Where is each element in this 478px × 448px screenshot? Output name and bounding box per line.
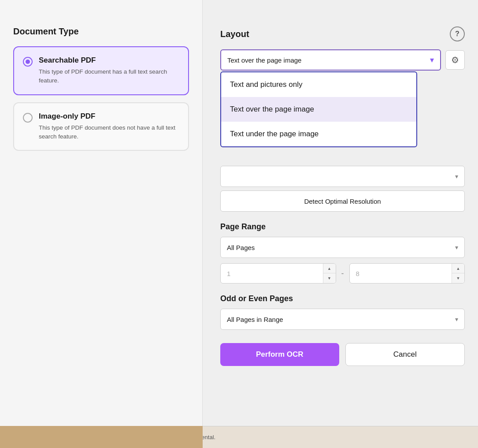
page-from-spinner: ▲ ▼	[323, 264, 336, 283]
page-range-dropdown[interactable]: All Pages ▾	[220, 237, 465, 258]
searchable-pdf-content: Searchable PDF This type of PDF document…	[39, 56, 179, 86]
layout-option-text-over[interactable]: Text over the page image	[221, 97, 416, 122]
odd-even-dropdown[interactable]: All Pages in Range ▾	[220, 309, 465, 330]
layout-dropdown-menu: Text and pictures only Text over the pag…	[220, 71, 417, 147]
searchable-pdf-radio[interactable]	[23, 57, 33, 67]
resolution-dropdown[interactable]: ▾	[220, 166, 465, 187]
image-only-pdf-content: Image-only PDF This type of PDF document…	[39, 112, 179, 142]
page-range-selected-value: All Pages	[227, 244, 255, 251]
resolution-dropdown-arrow-icon: ▾	[455, 173, 458, 180]
right-header: Layout ?	[220, 26, 465, 41]
page-to-down-button[interactable]: ▼	[452, 273, 464, 283]
help-button[interactable]: ?	[450, 26, 465, 41]
left-bottom-decorative-strip	[0, 426, 203, 448]
page-to-input-group: 8 ▲ ▼	[349, 263, 465, 284]
layout-dropdown[interactable]: Text over the page image ▾	[220, 49, 441, 71]
page-to-spinner: ▲ ▼	[452, 264, 464, 283]
layout-section-title: Layout	[220, 29, 249, 39]
layout-selected-value: Text over the page image	[227, 56, 301, 64]
page-range-inputs: 1 ▲ ▼ - 8 ▲ ▼	[220, 263, 465, 284]
searchable-pdf-card[interactable]: Searchable PDF This type of PDF document…	[13, 46, 189, 95]
detect-resolution-label: Detect Optimal Resolution	[304, 198, 381, 205]
page-to-up-button[interactable]: ▲	[452, 264, 464, 273]
layout-dropdown-container: Text over the page image ▾ Text and pict…	[220, 49, 441, 71]
odd-even-title: Odd or Even Pages	[220, 294, 465, 303]
searchable-pdf-desc: This type of PDF document has a full tex…	[39, 67, 179, 86]
detect-resolution-button[interactable]: Detect Optimal Resolution	[220, 190, 465, 212]
image-only-pdf-desc: This type of PDF document does not have …	[39, 123, 179, 142]
odd-even-dropdown-arrow-icon: ▾	[455, 316, 458, 323]
page-from-input-group: 1 ▲ ▼	[220, 263, 336, 284]
radio-inner-dot	[26, 60, 30, 64]
page-from-up-button[interactable]: ▲	[323, 264, 336, 273]
searchable-pdf-title: Searchable PDF	[39, 56, 179, 65]
page-range-title: Page Range	[220, 222, 465, 231]
right-panel: Layout ? Text over the page image ▾ Text…	[203, 0, 478, 448]
perform-ocr-button[interactable]: Perform OCR	[220, 343, 339, 366]
image-only-pdf-radio[interactable]	[23, 113, 33, 123]
image-only-pdf-card[interactable]: Image-only PDF This type of PDF document…	[13, 102, 189, 151]
layout-option-text-pictures[interactable]: Text and pictures only	[221, 72, 416, 97]
page-to-value[interactable]: 8	[350, 265, 452, 283]
cancel-button[interactable]: Cancel	[345, 343, 465, 366]
gear-icon: ⚙	[451, 55, 459, 65]
image-only-pdf-title: Image-only PDF	[39, 112, 179, 121]
page-range-dropdown-arrow-icon: ▾	[455, 244, 458, 251]
layout-row: Text over the page image ▾ Text and pict…	[220, 49, 465, 71]
page-from-down-button[interactable]: ▼	[323, 273, 336, 283]
odd-even-selected-value: All Pages in Range	[227, 316, 283, 323]
layout-option-text-under[interactable]: Text under the page image	[221, 122, 416, 146]
action-buttons: Perform OCR Cancel	[220, 343, 465, 366]
document-type-title: Document Type	[13, 26, 189, 37]
layout-dropdown-arrow-icon: ▾	[430, 55, 434, 65]
main-container: Document Type Searchable PDF This type o…	[0, 0, 478, 448]
gear-settings-button[interactable]: ⚙	[445, 50, 465, 70]
page-from-value[interactable]: 1	[221, 265, 323, 283]
left-panel: Document Type Searchable PDF This type o…	[0, 0, 203, 448]
question-mark-icon: ?	[455, 30, 459, 38]
page-range-separator: -	[341, 269, 344, 278]
